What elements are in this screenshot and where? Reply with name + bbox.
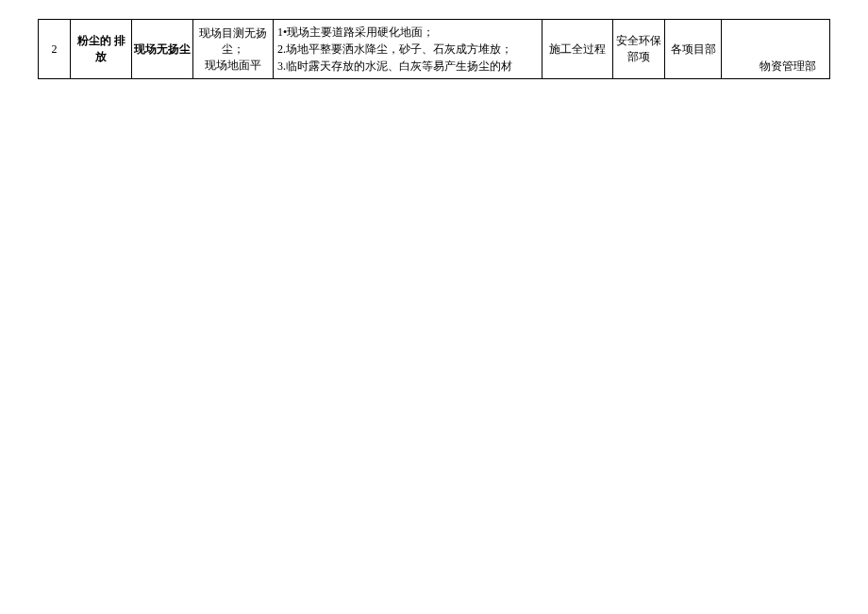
proj-cell: 各项目部 [665, 20, 722, 79]
item-cell: 粉尘的 排放 [71, 20, 132, 79]
management-table: 2 粉尘的 排放 现场无扬尘 现场目测无扬尘； 现场地面平 1•现场主要道路采用… [38, 19, 830, 79]
table-row: 2 粉尘的 排放 现场无扬尘 现场目测无扬尘； 现场地面平 1•现场主要道路采用… [39, 20, 830, 79]
row-number: 2 [52, 42, 58, 56]
measure-line-2: 2.场地平整要洒水降尘，砂子、石灰成方堆放； [277, 41, 540, 58]
mgmt-text: 物资管理部 [724, 58, 827, 75]
row-number-cell: 2 [39, 20, 71, 79]
method-cell: 现场目测无扬尘； 现场地面平 [193, 20, 274, 79]
mgmt-cell: 物资管理部 [722, 20, 830, 79]
proj-text: 各项目部 [671, 42, 716, 56]
phase-cell: 施工全过程 [542, 20, 613, 79]
measure-line-1: 1•现场主要道路采用硬化地面； [277, 24, 540, 41]
item-text: 粉尘的 排放 [77, 34, 125, 63]
measures-cell: 1•现场主要道路采用硬化地面； 2.场地平整要洒水降尘，砂子、石灰成方堆放； 3… [274, 20, 542, 79]
method-text: 现场目测无扬尘； 现场地面平 [199, 26, 267, 72]
measure-line-3: 3.临时露天存放的水泥、白灰等易产生扬尘的材 [277, 58, 540, 75]
goal-cell: 现场无扬尘 [132, 20, 193, 79]
phase-text: 施工全过程 [549, 42, 606, 56]
goal-text: 现场无扬尘 [134, 42, 191, 56]
dept-text: 安全环保部项 [616, 34, 661, 63]
dept-cell: 安全环保部项 [613, 20, 665, 79]
